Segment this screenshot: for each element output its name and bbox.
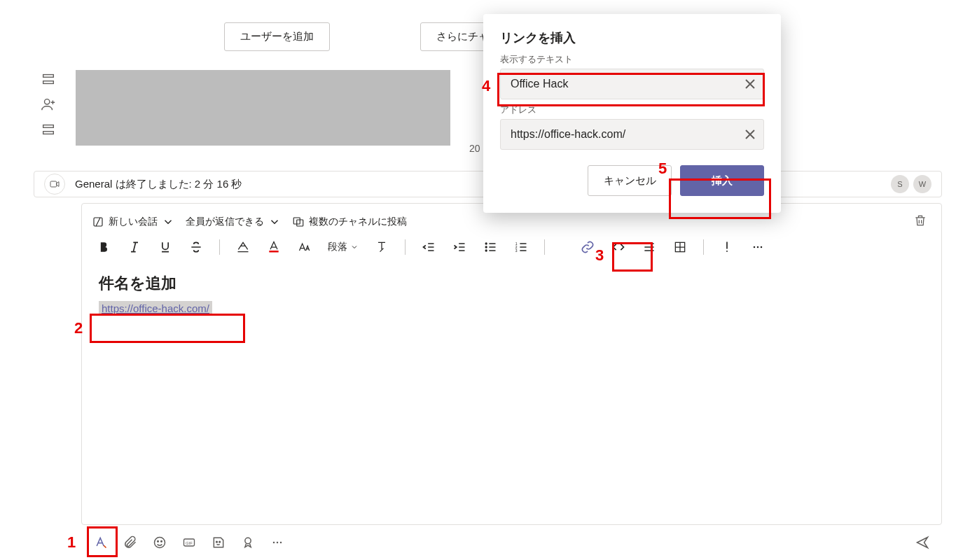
- address-input[interactable]: [500, 119, 764, 150]
- svg-point-26: [219, 541, 221, 542]
- svg-rect-5: [50, 181, 57, 187]
- outdent-button[interactable]: [421, 239, 436, 255]
- post-multiple-channels[interactable]: 複数のチャネルに投稿: [292, 216, 407, 228]
- svg-point-10: [485, 243, 487, 244]
- collapse-icon[interactable]: [41, 71, 56, 87]
- meeting-ended-text: General は終了しました: 2 分 16 秒: [75, 178, 242, 191]
- paragraph-dropdown[interactable]: 段落: [328, 241, 359, 253]
- new-conversation-label: 新しい会話: [109, 216, 158, 228]
- body-link-text[interactable]: https://office-hack.com/: [99, 301, 212, 316]
- chevron-down-icon: [350, 243, 359, 251]
- display-text-input[interactable]: [500, 69, 764, 99]
- svg-point-11: [485, 246, 487, 248]
- delete-draft-button[interactable]: [913, 214, 927, 230]
- strike-button[interactable]: [188, 239, 204, 255]
- subject-input[interactable]: 件名を追加: [82, 260, 941, 298]
- clear-display-button[interactable]: [742, 76, 758, 92]
- svg-point-28: [273, 542, 275, 544]
- separator: [219, 239, 220, 255]
- add-people-icon[interactable]: [41, 97, 56, 112]
- chevron-down-icon: [162, 216, 174, 228]
- font-size-button[interactable]: [297, 239, 312, 255]
- highlight-button[interactable]: [235, 239, 251, 255]
- table-button[interactable]: [672, 239, 688, 255]
- insert-link-button[interactable]: [580, 239, 595, 255]
- svg-point-20: [155, 538, 165, 548]
- bullet-list-button[interactable]: [483, 239, 498, 255]
- clear-address-button[interactable]: [742, 126, 758, 143]
- insert-button[interactable]: 挿入: [680, 165, 764, 196]
- separator: [544, 239, 545, 255]
- chevron-down-icon: [268, 216, 281, 228]
- more-actions-button[interactable]: [269, 534, 286, 551]
- emoji-button[interactable]: [151, 534, 168, 551]
- clear-format-button[interactable]: [374, 239, 389, 255]
- participant-badge: S: [891, 175, 909, 193]
- meeting-icon: [44, 174, 65, 195]
- annotation-number-1: 1: [67, 533, 76, 552]
- italic-button[interactable]: [127, 239, 142, 255]
- praise-button[interactable]: [240, 534, 256, 551]
- truncated-date: 20: [469, 143, 480, 154]
- gif-button[interactable]: GIF: [181, 534, 198, 551]
- svg-rect-0: [43, 75, 54, 78]
- svg-rect-9: [269, 251, 278, 253]
- underline-button[interactable]: [158, 239, 173, 255]
- new-conversation-dropdown[interactable]: 新しい会話: [92, 216, 174, 228]
- display-text-label: 表示するテキスト: [500, 53, 764, 66]
- indent-button[interactable]: [452, 239, 467, 255]
- svg-point-17: [754, 246, 756, 248]
- format-toggle-button[interactable]: [92, 534, 109, 551]
- dialog-title: リンクを挿入: [500, 29, 764, 46]
- svg-point-25: [216, 541, 218, 542]
- add-user-button[interactable]: ユーザーを追加: [224, 22, 330, 51]
- svg-point-22: [161, 541, 162, 542]
- expand-icon[interactable]: [41, 122, 56, 137]
- paragraph-label: 段落: [328, 241, 347, 253]
- svg-text:3: 3: [515, 248, 518, 253]
- code-snippet-button[interactable]: [611, 239, 626, 255]
- participant-badge: W: [913, 175, 931, 193]
- channel-hero-placeholder: [76, 70, 450, 146]
- separator: [703, 239, 704, 255]
- quote-button[interactable]: [642, 239, 657, 255]
- post-multiple-label: 複数のチャネルに投稿: [309, 216, 407, 228]
- send-button[interactable]: [914, 534, 931, 551]
- svg-rect-3: [43, 125, 54, 128]
- more-format-button[interactable]: [750, 239, 765, 255]
- reply-permissions-dropdown[interactable]: 全員が返信できる: [186, 216, 281, 228]
- composer-bottom-toolbar: GIF: [81, 525, 942, 560]
- cancel-button[interactable]: キャンセル: [588, 165, 672, 196]
- svg-point-12: [485, 250, 487, 251]
- svg-point-21: [158, 541, 159, 542]
- address-label: アドレス: [500, 104, 764, 116]
- bold-button[interactable]: [96, 239, 111, 255]
- insert-link-dialog: リンクを挿入 表示するテキスト アドレス キャンセル 挿入: [483, 14, 781, 213]
- svg-point-2: [45, 99, 50, 104]
- important-button[interactable]: [719, 239, 735, 255]
- channel-side-actions: [41, 71, 56, 137]
- format-toolbar: 段落 123: [82, 237, 941, 260]
- number-list-button[interactable]: 123: [513, 239, 529, 255]
- sticker-button[interactable]: [210, 534, 227, 551]
- svg-point-30: [280, 542, 282, 544]
- svg-rect-4: [43, 132, 54, 134]
- message-composer: 新しい会話 全員が返信できる 複数のチャネルに投稿 段落 123: [81, 203, 942, 525]
- svg-point-27: [245, 538, 251, 543]
- svg-rect-1: [43, 81, 54, 84]
- svg-point-19: [761, 246, 763, 248]
- svg-point-29: [277, 542, 279, 544]
- attach-button[interactable]: [122, 534, 139, 551]
- svg-point-18: [757, 246, 759, 248]
- reply-permissions-label: 全員が返信できる: [186, 216, 264, 228]
- separator: [405, 239, 406, 255]
- font-color-button[interactable]: [266, 239, 282, 255]
- svg-text:GIF: GIF: [186, 541, 193, 545]
